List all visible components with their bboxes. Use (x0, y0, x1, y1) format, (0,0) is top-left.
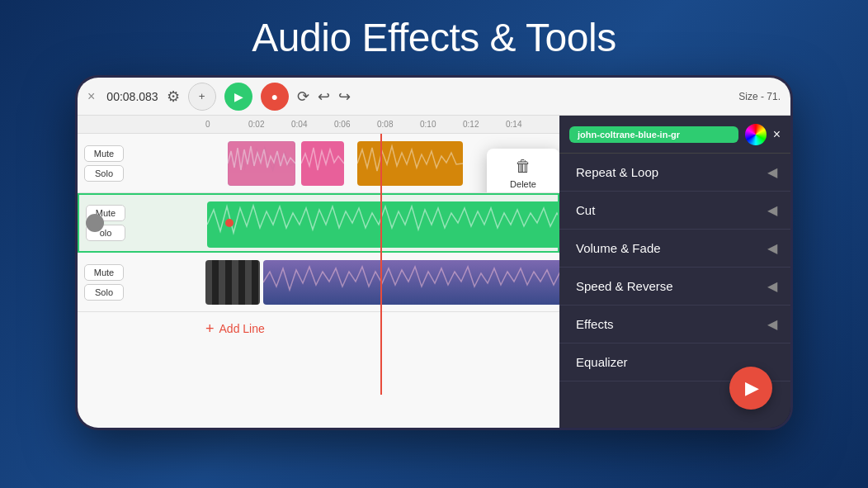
track-name-tag: john-coltrane-blue-in-gr (569, 126, 738, 143)
track-area: 0 0:02 0:04 0:06 0:08 0:10 0:12 0:14 (78, 116, 559, 428)
track-1-controls: Mute Solo (78, 140, 205, 187)
size-display: Size - 71. (738, 91, 781, 102)
delete-label: Delete (510, 179, 536, 189)
waveform-block-purple[interactable] (263, 260, 559, 305)
ruler-mark: 0:06 (334, 120, 377, 129)
add-line-plus-icon: + (205, 320, 215, 338)
waveform-block-orange[interactable] (357, 141, 463, 186)
track-2-controls: Mute olo (79, 200, 207, 246)
toolbar: × 00:08.083 ⚙ + ▶ ● ⟳ ↩ ↪ Size - 71. (78, 78, 790, 116)
waveform-block-dark[interactable] (205, 260, 260, 305)
add-button[interactable]: + (188, 83, 216, 111)
add-line-label: Add Line (219, 322, 265, 335)
menu-item-cut[interactable]: Cut ◀ (559, 192, 790, 230)
cut-label: Cut (576, 203, 595, 217)
right-panel-header: john-coltrane-blue-in-gr × (559, 116, 790, 154)
marker-dot (225, 219, 234, 227)
record-button[interactable]: ● (261, 83, 289, 111)
volume-fade-arrow: ◀ (767, 240, 777, 256)
waveform-block-pink2[interactable] (301, 141, 344, 186)
page-title: Audio Effects & Tools (252, 15, 616, 60)
right-panel: john-coltrane-blue-in-gr × Repeat & Loop… (559, 116, 790, 428)
delete-menu-item[interactable]: 🗑 Delete (487, 149, 559, 192)
menu-item-effects[interactable]: Effects ◀ (559, 306, 790, 343)
close-button[interactable]: × (87, 89, 95, 104)
waveform-block-pink1[interactable] (228, 141, 295, 186)
ruler-mark: 0:14 (506, 120, 549, 129)
track-row: Mute Solo (78, 134, 559, 193)
time-display: 00:08.083 (106, 90, 158, 103)
ruler-mark: 0:04 (291, 120, 334, 129)
add-line-bar[interactable]: + Add Line (78, 312, 559, 345)
context-menu: 🗑 Delete ⧉ Copy ⇿ Split (487, 149, 559, 192)
track-row-2: Mute olo (78, 193, 559, 253)
track-2-waveform[interactable] (207, 195, 558, 251)
sync-icon[interactable]: ⟳ (297, 88, 309, 106)
color-wheel-icon[interactable] (745, 124, 767, 145)
device-frame: × 00:08.083 ⚙ + ▶ ● ⟳ ↩ ↪ Size - 71. (75, 75, 793, 430)
mute-button-3[interactable]: Mute (84, 264, 124, 281)
fab-play-icon: ▶ (745, 377, 759, 399)
playhead (380, 134, 382, 395)
mute-button-1[interactable]: Mute (84, 145, 124, 162)
solo-button-3[interactable]: Solo (84, 284, 124, 301)
settings-icon[interactable]: ⚙ (167, 88, 180, 106)
repeat-loop-label: Repeat & Loop (576, 165, 658, 179)
timeline-ruler: 0 0:02 0:04 0:06 0:08 0:10 0:12 0:14 (78, 116, 559, 134)
speed-reverse-label: Speed & Reverse (576, 279, 673, 293)
track-3-controls: Mute Solo (78, 259, 205, 306)
track-1-waveform[interactable]: 🗑 Delete ⧉ Copy ⇿ Split (205, 134, 559, 192)
main-area: 0 0:02 0:04 0:06 0:08 0:10 0:12 0:14 (78, 116, 790, 428)
waveform-block-green[interactable] (207, 201, 558, 248)
solo-button-1[interactable]: Solo (84, 165, 124, 182)
cut-arrow: ◀ (767, 202, 777, 218)
menu-item-repeat-loop[interactable]: Repeat & Loop ◀ (559, 154, 790, 192)
play-button[interactable]: ▶ (224, 83, 252, 111)
track-row-3: Mute Solo (78, 253, 559, 312)
undo-icon[interactable]: ↩ (318, 88, 330, 106)
redo-icon[interactable]: ↪ (338, 88, 351, 106)
effects-label: Effects (576, 317, 614, 331)
tracks-container: Mute Solo (78, 134, 559, 428)
ruler-mark: 0:08 (377, 120, 420, 129)
equalizer-label: Equalizer (576, 355, 628, 369)
speed-reverse-arrow: ◀ (767, 278, 777, 294)
menu-item-volume-fade[interactable]: Volume & Fade ◀ (559, 230, 790, 268)
repeat-loop-arrow: ◀ (767, 164, 777, 180)
menu-item-speed-reverse[interactable]: Speed & Reverse ◀ (559, 268, 790, 306)
delete-icon: 🗑 (515, 157, 531, 176)
ruler-mark: 0:12 (463, 120, 506, 129)
track-badge (86, 214, 104, 232)
volume-fade-label: Volume & Fade (576, 241, 661, 255)
panel-close-button[interactable]: × (773, 127, 781, 142)
fab-play-button[interactable]: ▶ (729, 367, 772, 410)
track-3-waveform[interactable] (205, 253, 559, 311)
ruler-mark: 0:02 (248, 120, 291, 129)
ruler-mark: 0 (205, 120, 248, 129)
effects-arrow: ◀ (767, 316, 777, 332)
ruler-mark: 0:10 (420, 120, 463, 129)
